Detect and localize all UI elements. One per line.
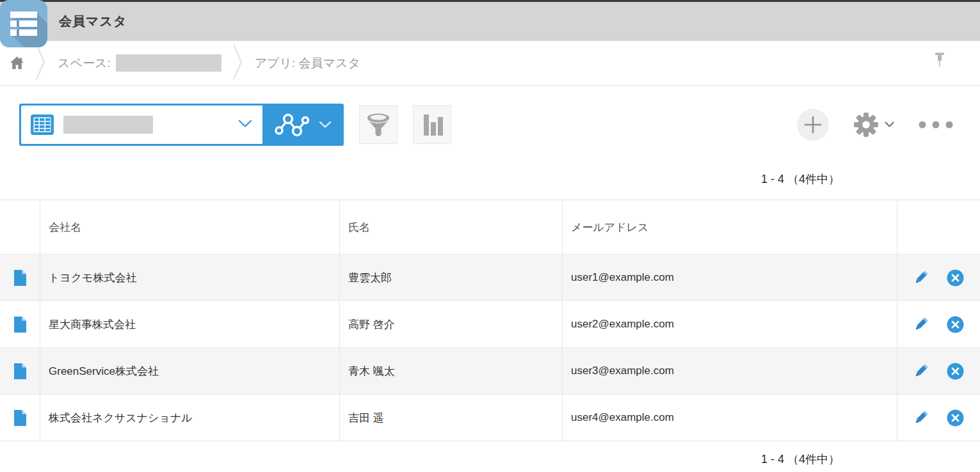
app-icon[interactable] — [0, 0, 47, 47]
add-record-button[interactable] — [797, 109, 829, 141]
pagination-bottom: 1 - 4 （4件中） — [0, 452, 980, 467]
cell-company: 星大商事株式会社 — [40, 301, 339, 347]
breadcrumb-space-link[interactable]: スペース: — [58, 55, 111, 72]
chart-button[interactable] — [413, 106, 451, 144]
circle-x-icon[interactable] — [946, 362, 965, 381]
view-dropdown[interactable] — [21, 106, 262, 144]
table-row: 株式会社ネクサスナショナル 吉田 遥 user4@example.com — [0, 394, 980, 441]
pencil-icon[interactable] — [913, 316, 929, 333]
table-row: トヨクモ株式会社 豊雲太郎 user1@example.com — [0, 254, 980, 301]
document-icon[interactable] — [13, 269, 27, 287]
cell-email: user2@example.com — [562, 301, 897, 347]
cell-email: user1@example.com — [562, 255, 897, 301]
header-name: 氏名 — [339, 200, 562, 254]
table-view-icon — [30, 114, 54, 136]
ellipsis-icon — [919, 121, 953, 129]
space-name-redacted — [116, 54, 221, 72]
table-row: 星大商事株式会社 高野 啓介 user2@example.com — [0, 301, 980, 347]
table-header-row: 会社名 氏名 メールアドレス — [0, 200, 980, 254]
cell-company: 株式会社ネクサスナショナル — [40, 395, 339, 441]
header-email: メールアドレス — [562, 200, 897, 254]
graph-icon — [273, 112, 311, 138]
graph-view-button[interactable] — [262, 106, 342, 144]
circle-x-icon[interactable] — [946, 315, 965, 334]
header-actions-column — [897, 200, 980, 254]
header-company: 会社名 — [40, 200, 339, 254]
toolbar — [0, 104, 980, 146]
cell-email: user4@example.com — [562, 395, 897, 441]
record-table: 会社名 氏名 メールアドレス トヨクモ株式会社 豊雲太郎 user1@examp… — [0, 200, 980, 441]
pencil-icon[interactable] — [913, 269, 929, 286]
header-icon-column — [0, 200, 40, 254]
bar-chart-icon — [419, 111, 445, 138]
cell-email: user3@example.com — [562, 348, 897, 394]
cell-name: 高野 啓介 — [339, 301, 562, 347]
document-icon[interactable] — [13, 409, 27, 427]
cell-name: 豊雲太郎 — [339, 255, 562, 301]
toolbar-right — [797, 109, 953, 141]
breadcrumb: スペース: アプリ: 会員マスタ — [0, 41, 980, 86]
cell-name: 吉田 遥 — [339, 395, 562, 441]
cell-name: 青木 颯太 — [339, 348, 562, 394]
view-selector — [19, 104, 344, 146]
document-icon[interactable] — [13, 363, 27, 380]
circle-x-icon[interactable] — [946, 269, 965, 287]
app-header: 会員マスタ — [0, 0, 980, 41]
cell-company: トヨクモ株式会社 — [40, 255, 339, 301]
table-row: GreenService株式会社 青木 颯太 user3@example.com — [0, 347, 980, 394]
funnel-icon — [364, 112, 392, 138]
pin-icon[interactable] — [933, 52, 947, 74]
filter-button[interactable] — [359, 106, 398, 144]
settings-button[interactable] — [853, 112, 894, 138]
more-options-button[interactable] — [919, 121, 953, 129]
chevron-down-icon — [238, 119, 252, 130]
home-icon[interactable] — [10, 56, 24, 70]
pencil-icon[interactable] — [913, 363, 929, 379]
pencil-icon[interactable] — [913, 409, 929, 426]
circle-x-icon[interactable] — [946, 409, 965, 427]
document-icon[interactable] — [13, 316, 27, 333]
breadcrumb-app-link[interactable]: アプリ: 会員マスタ — [255, 55, 360, 72]
cell-company: GreenService株式会社 — [40, 348, 339, 394]
pagination-top: 1 - 4 （4件中） — [0, 171, 980, 187]
page-title: 会員マスタ — [59, 13, 127, 30]
chevron-down-icon — [885, 122, 894, 128]
breadcrumb-separator-icon — [36, 44, 46, 83]
view-name-redacted — [63, 116, 153, 134]
breadcrumb-separator-icon — [233, 44, 243, 83]
gear-icon — [853, 112, 879, 138]
chevron-down-icon — [319, 121, 332, 129]
